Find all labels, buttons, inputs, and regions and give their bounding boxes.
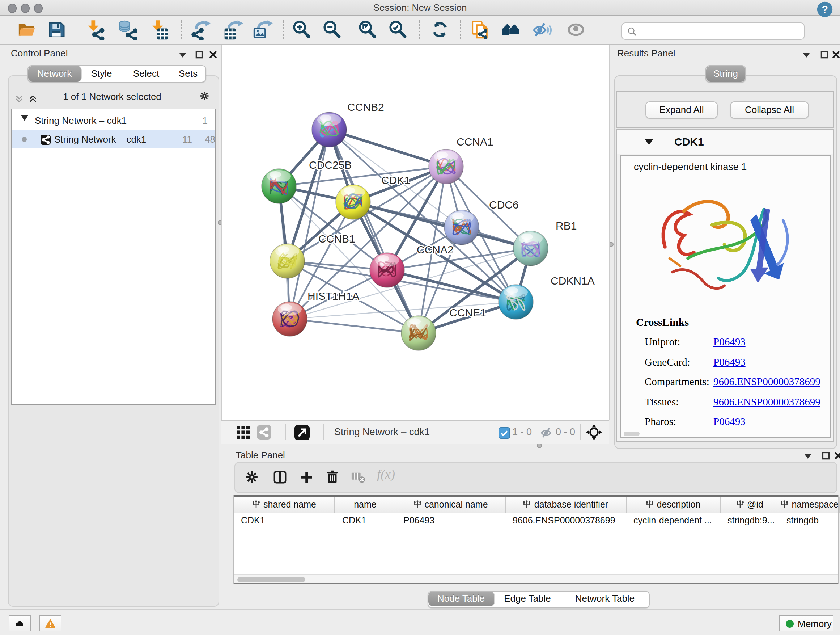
collapse-all-button[interactable]: Collapse All <box>730 101 809 119</box>
warnings-button[interactable] <box>39 616 62 631</box>
add-column-icon[interactable] <box>300 470 314 485</box>
node-ccne1[interactable] <box>401 316 436 350</box>
import-table-button[interactable] <box>149 19 169 40</box>
node-ccna2[interactable] <box>370 253 404 287</box>
crosslink-link[interactable]: P06493 <box>714 356 745 369</box>
tab-style[interactable]: Style <box>82 66 122 82</box>
network-collection-row[interactable]: String Network – cdk1 1 <box>11 112 215 129</box>
node-ccnb1[interactable] <box>270 244 305 279</box>
column-header-database-identifier[interactable]: database identifier <box>505 497 626 513</box>
tab-network-table[interactable]: Network Table <box>561 592 649 606</box>
delete-column-icon[interactable] <box>325 469 340 485</box>
crosslink-link[interactable]: 9606.ENSP00000378699 <box>714 396 821 409</box>
crosslink-link[interactable]: 9606.ENSP00000378699 <box>714 376 821 388</box>
refresh-view-button[interactable] <box>430 19 450 40</box>
zoom-fit-button[interactable] <box>357 19 378 40</box>
table-float-icon[interactable] <box>821 450 831 460</box>
selected-checkbox[interactable] <box>499 427 510 439</box>
network-options-gear-icon[interactable] <box>200 90 212 103</box>
expand-all-networks-icon[interactable] <box>28 93 38 103</box>
control-panel-title: Control Panel <box>11 48 68 59</box>
crosslink-link[interactable]: P06493 <box>714 416 745 428</box>
node-cdkn1a[interactable] <box>499 285 533 319</box>
show-columns-icon[interactable] <box>273 470 287 485</box>
table-options-gear-icon[interactable] <box>245 470 258 484</box>
crosslink-link[interactable]: P06493 <box>714 336 745 348</box>
cloud-button[interactable] <box>8 616 31 631</box>
panel-close-icon[interactable] <box>208 49 218 59</box>
panel-collapse-icon[interactable] <box>178 50 187 59</box>
import-network-database-button[interactable] <box>117 19 137 40</box>
column-header-shared-name[interactable]: shared name <box>234 497 335 513</box>
copy-view-button[interactable] <box>470 19 490 40</box>
node-ccna1[interactable] <box>429 149 463 184</box>
table-cell[interactable]: stringdb:9... <box>720 513 779 529</box>
save-session-button[interactable] <box>46 19 66 40</box>
node-cdc25b[interactable] <box>262 169 296 203</box>
export-table-button[interactable] <box>223 19 243 40</box>
section-expander-icon[interactable] <box>645 139 653 145</box>
collection-label: String Network – cdk1 <box>35 112 126 129</box>
column-header-namespace[interactable]: namespace <box>779 497 840 513</box>
crosslink-label: Compartments: <box>645 376 714 388</box>
open-session-button[interactable] <box>17 19 37 40</box>
export-network-button[interactable] <box>190 19 210 40</box>
search-input[interactable] <box>638 25 804 38</box>
export-image-button[interactable] <box>253 19 273 40</box>
eye-button[interactable] <box>566 19 586 40</box>
node-cdk1[interactable] <box>336 185 370 219</box>
node-ccnb2[interactable] <box>312 112 347 147</box>
network-overview-icon[interactable] <box>257 425 271 440</box>
protein-section-header[interactable]: CDK1 <box>617 130 834 154</box>
table-hscrollbar-thumb[interactable] <box>237 577 305 582</box>
fit-selected-crosshair-icon[interactable] <box>585 424 603 441</box>
network-edge-count: 48 <box>205 130 215 149</box>
collapse-all-networks-icon[interactable] <box>14 93 24 103</box>
network-row[interactable]: String Network – cdk1 11 48 <box>11 130 215 149</box>
table-cell[interactable]: CDK1 <box>335 513 396 529</box>
results-collapse-icon[interactable] <box>802 50 811 59</box>
table-cell[interactable]: cyclin-dependent ... <box>626 513 720 529</box>
results-scrollbar-thumb[interactable] <box>624 432 639 436</box>
tab-node-table[interactable]: Node Table <box>428 592 494 606</box>
grid-view-icon[interactable] <box>237 426 249 439</box>
import-network-button[interactable] <box>85 19 105 40</box>
hide-eye-button[interactable] <box>532 19 552 40</box>
network-canvas[interactable]: CCNB2CCNA1CDC25BCDK1CDC6RB1CCNB1CCNA2CDK… <box>221 45 610 420</box>
table-cell[interactable]: P06493 <box>396 513 505 529</box>
table-cell[interactable]: stringdb <box>779 513 840 529</box>
column-header-name[interactable]: name <box>335 497 396 513</box>
show-all-networks-button[interactable] <box>501 19 521 40</box>
tab-sets[interactable]: Sets <box>171 66 205 82</box>
tab-edge-table[interactable]: Edge Table <box>494 592 561 606</box>
column-header-description[interactable]: description <box>626 497 720 513</box>
node-cdc6[interactable] <box>444 210 479 245</box>
memory-button[interactable]: Memory <box>779 616 834 631</box>
tree-expander-icon[interactable] <box>21 115 28 121</box>
node-hist1h1a[interactable] <box>272 302 307 336</box>
zoom-in-button[interactable] <box>292 19 312 40</box>
table-row[interactable]: CDK1CDK1P064939606.ENSP00000378699cyclin… <box>234 513 838 529</box>
zoom-selected-button[interactable] <box>388 19 408 40</box>
birdseye-view-icon[interactable] <box>294 424 309 440</box>
edge-hist1h1a-ccne1[interactable] <box>290 319 418 333</box>
results-close-icon[interactable] <box>831 49 840 59</box>
table-cell[interactable]: 9606.ENSP00000378699 <box>505 513 626 529</box>
zoom-out-button[interactable] <box>322 19 342 40</box>
column-header--id[interactable]: @id <box>720 497 779 513</box>
expand-all-button[interactable]: Expand All <box>645 101 718 119</box>
panel-float-icon[interactable] <box>195 49 204 59</box>
search-icon <box>627 26 638 36</box>
table-cell[interactable]: CDK1 <box>234 513 335 529</box>
table-close-icon[interactable] <box>834 450 840 460</box>
results-float-icon[interactable] <box>820 49 829 59</box>
column-header-canonical-name[interactable]: canonical name <box>396 497 505 513</box>
tab-select[interactable]: Select <box>122 66 171 82</box>
tab-network[interactable]: Network <box>28 66 82 82</box>
table-collapse-icon[interactable] <box>803 451 813 461</box>
help-button[interactable]: ? <box>816 1 834 18</box>
tab-string[interactable]: String <box>706 66 745 82</box>
collection-count: 1 <box>202 112 208 129</box>
column-type-icon <box>736 500 744 509</box>
node-rb1[interactable] <box>513 231 548 266</box>
